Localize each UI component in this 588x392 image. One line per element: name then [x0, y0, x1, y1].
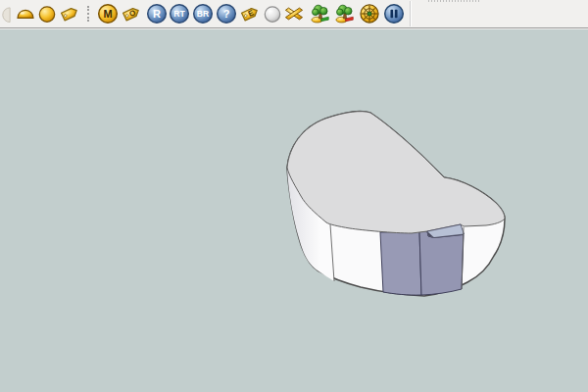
gold-tag-icon[interactable]	[59, 3, 80, 24]
compass-target-icon[interactable]	[359, 3, 380, 24]
svg-text:R: R	[153, 8, 161, 20]
model-blue-face-left[interactable]	[380, 231, 421, 295]
crossed-arrows-icon[interactable]	[283, 3, 305, 24]
pause-button[interactable]	[383, 3, 405, 24]
e-tag-button[interactable]: E	[239, 3, 261, 24]
r-button[interactable]: R	[146, 3, 168, 24]
tree-red-strip-icon[interactable]	[334, 3, 356, 24]
toolbar-separator	[87, 6, 89, 22]
drawing-viewport[interactable]	[0, 29, 588, 392]
gold-sphere-icon[interactable]	[36, 3, 58, 24]
tree-green-strip-icon[interactable]	[310, 3, 331, 24]
help-button[interactable]: ?	[216, 3, 237, 24]
toolbar-grip-dots	[428, 0, 479, 2]
model-top-face[interactable]	[287, 112, 505, 233]
svg-text:RT: RT	[173, 9, 185, 19]
svg-text:?: ?	[223, 8, 230, 20]
br-button[interactable]: BR	[192, 3, 214, 24]
svg-text:BR: BR	[197, 9, 209, 19]
svg-text:M: M	[103, 8, 112, 20]
app-window: M ORRTBR? E	[0, 0, 588, 392]
gold-dome-icon[interactable]	[15, 3, 36, 24]
rt-button[interactable]: RT	[169, 3, 190, 24]
o-tag-button[interactable]: O	[121, 3, 142, 24]
model-blue-face-right[interactable]	[419, 231, 464, 295]
clipped-edge-icon	[0, 3, 15, 24]
model-canvas	[0, 29, 588, 392]
main-toolbar: M ORRTBR? E	[0, 0, 588, 28]
toolbar-divider	[410, 1, 412, 26]
m-button[interactable]: M	[97, 3, 119, 24]
white-sphere-icon[interactable]	[262, 3, 283, 24]
